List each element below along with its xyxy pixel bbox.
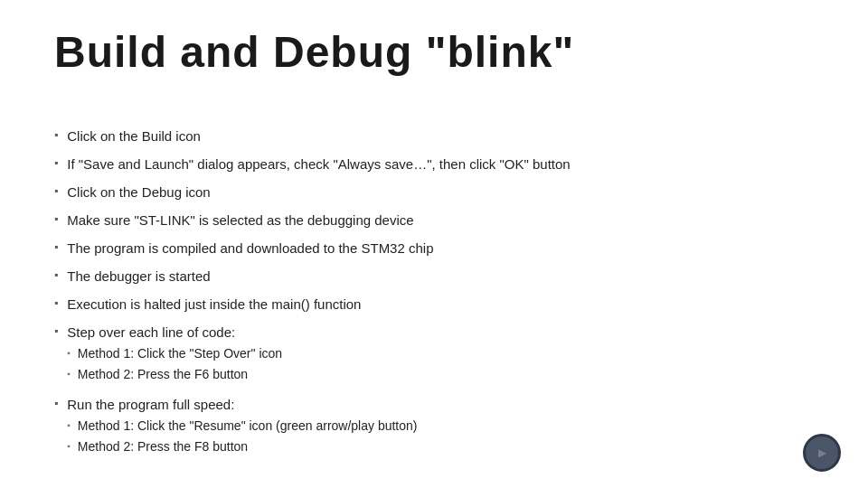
sub-bullet-text: Method 2: Press the F6 button [78, 366, 248, 384]
list-item: Method 1: Click the "Resume" icon (green… [67, 418, 814, 436]
list-item: Method 1: Click the "Step Over" icon [67, 345, 814, 363]
page-title: Build and Debug "blink" [54, 27, 574, 77]
list-item: Method 2: Press the F6 button [67, 366, 814, 384]
bullet-text: The debugger is started [67, 267, 814, 286]
bullet-text: Click on the Debug icon [67, 183, 814, 202]
list-item: Method 2: Press the F8 button [67, 438, 814, 456]
list-item: The program is compiled and downloaded t… [54, 239, 814, 258]
list-item: The debugger is started [54, 267, 814, 286]
list-item: Click on the Debug icon [54, 183, 814, 202]
list-item: Make sure "ST-LINK" is selected as the d… [54, 211, 814, 230]
bullet-text: Run the program full speed:Method 1: Cli… [67, 395, 814, 458]
bullet-text: If "Save and Launch" dialog appears, che… [67, 155, 814, 174]
main-bullet-list: Click on the Build iconIf "Save and Laun… [54, 127, 814, 458]
bullet-text: The program is compiled and downloaded t… [67, 239, 814, 258]
sub-bullet-text: Method 1: Click the "Step Over" icon [78, 345, 282, 363]
list-item: Step over each line of code:Method 1: Cl… [54, 323, 814, 386]
sub-bullet-list: Method 1: Click the "Step Over" iconMeth… [67, 345, 814, 383]
content-area: Click on the Build iconIf "Save and Laun… [54, 127, 814, 467]
list-item: Execution is halted just inside the main… [54, 295, 814, 314]
list-item: Run the program full speed:Method 1: Cli… [54, 395, 814, 458]
bullet-text: Step over each line of code:Method 1: Cl… [67, 323, 814, 386]
list-item: Click on the Build icon [54, 127, 814, 145]
bullet-text: Make sure "ST-LINK" is selected as the d… [67, 211, 814, 230]
nav-button[interactable] [803, 434, 841, 472]
sub-bullet-text: Method 2: Press the F8 button [78, 438, 248, 456]
sub-bullet-list: Method 1: Click the "Resume" icon (green… [67, 418, 814, 455]
sub-bullet-text: Method 1: Click the "Resume" icon (green… [78, 418, 418, 436]
bullet-text: Click on the Build icon [67, 127, 814, 145]
list-item: If "Save and Launch" dialog appears, che… [54, 155, 814, 174]
bullet-text: Execution is halted just inside the main… [67, 295, 814, 314]
